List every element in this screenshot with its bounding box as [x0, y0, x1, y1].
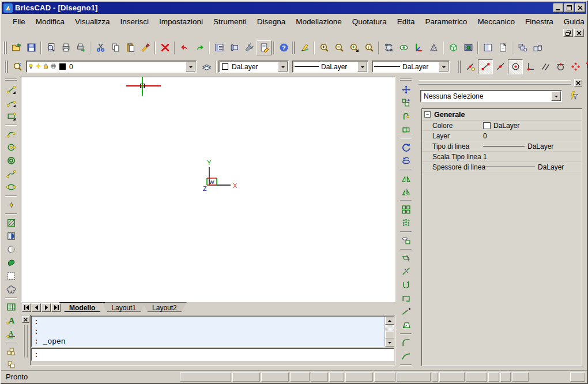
toolbar-grip[interactable]	[5, 78, 17, 81]
menu-guida[interactable]: Guida	[559, 16, 588, 28]
donut-button[interactable]	[3, 154, 18, 167]
viewports-button[interactable]	[480, 40, 495, 55]
save-button[interactable]	[24, 40, 39, 55]
command-close-button[interactable]	[22, 316, 29, 323]
rectangle-button[interactable]	[3, 110, 18, 123]
toolbar-grip[interactable]	[458, 61, 461, 73]
settings-button[interactable]	[242, 40, 257, 55]
mdi-restore-button[interactable]	[563, 29, 573, 37]
spline-button[interactable]	[3, 167, 18, 180]
chamfer-button[interactable]	[398, 367, 413, 369]
text-multiline-button[interactable]: A	[3, 314, 18, 327]
table-button[interactable]	[3, 300, 18, 314]
delete-button[interactable]	[157, 40, 172, 55]
trim-button[interactable]	[398, 252, 413, 265]
break-button[interactable]	[398, 265, 413, 278]
scroll-up-button[interactable]	[385, 317, 394, 325]
selection-combo[interactable]: Nessuna Selezione	[420, 90, 562, 102]
copy-entities-button[interactable]	[515, 40, 530, 55]
selection-combo-arrow[interactable]	[551, 91, 561, 101]
color-combo-arrow[interactable]	[278, 62, 288, 71]
region-button[interactable]	[3, 243, 18, 256]
open-button[interactable]	[9, 40, 24, 55]
tab-layout1[interactable]: Layout1	[101, 302, 146, 312]
close-shape-button[interactable]	[398, 292, 413, 305]
cloud-button[interactable]	[3, 283, 18, 296]
ucs-axes-button[interactable]	[411, 40, 426, 55]
command-scrollbar[interactable]	[385, 317, 394, 347]
sketch-button[interactable]	[297, 40, 312, 55]
toolbar-grip[interactable]	[5, 61, 8, 73]
mirror-button[interactable]	[398, 172, 413, 185]
new-view-button[interactable]	[495, 40, 510, 55]
blend-curves-button[interactable]	[398, 349, 413, 363]
snap-quadrant-button[interactable]	[568, 59, 583, 74]
color-combo[interactable]: DaLayer	[218, 61, 289, 73]
wipeout-button[interactable]	[3, 269, 18, 283]
polyline-button[interactable]	[3, 127, 18, 141]
zoom-in-button[interactable]	[316, 40, 331, 55]
copy-button[interactable]	[398, 96, 413, 110]
layers-button[interactable]	[199, 59, 214, 74]
snap-parallel-button[interactable]	[538, 59, 553, 74]
snap-tangent-button[interactable]	[553, 59, 568, 74]
menu-modellazione[interactable]: Modellazione	[291, 16, 347, 28]
collapse-toggle[interactable]: −	[424, 111, 431, 118]
menu-visualizza[interactable]: Visualizza	[70, 16, 115, 28]
scroll-thumb[interactable]	[385, 331, 394, 338]
print-button[interactable]	[58, 40, 73, 55]
tab-next-button[interactable]	[42, 303, 51, 312]
mirror-3d-button[interactable]	[398, 185, 413, 198]
property-value[interactable]: DaLayer	[483, 142, 582, 150]
menu-inserisci[interactable]: Inserisci	[115, 16, 154, 28]
zoom-previous-button[interactable]: f	[361, 40, 376, 55]
linetype-combo-arrow[interactable]	[357, 62, 367, 71]
menu-impostazioni[interactable]: Impostazioni	[154, 16, 208, 28]
menu-strumenti[interactable]: Strumenti	[208, 16, 252, 28]
block-structure-button[interactable]	[3, 358, 18, 369]
properties-palette-button[interactable]	[212, 40, 227, 55]
property-value[interactable]: DaLayer	[483, 163, 582, 171]
line-button[interactable]	[3, 83, 18, 96]
match-properties-button[interactable]	[138, 40, 153, 55]
render-button[interactable]	[461, 40, 476, 55]
lineweight-combo[interactable]: DaLayer	[372, 61, 450, 73]
rotate-3d-button[interactable]	[398, 154, 413, 167]
command-input[interactable]: :	[31, 348, 394, 361]
property-value[interactable]: DaLayer	[483, 122, 582, 130]
redo-button[interactable]	[192, 40, 207, 55]
array-button[interactable]	[398, 203, 413, 216]
solids-button[interactable]	[530, 40, 545, 55]
cut-button[interactable]	[93, 40, 108, 55]
point-button[interactable]	[3, 198, 18, 212]
explode-button[interactable]	[398, 318, 413, 332]
snap-nearest-button[interactable]	[463, 59, 478, 74]
command-grip[interactable]	[24, 325, 28, 357]
align-button[interactable]	[398, 234, 413, 247]
lineweight-combo-arrow[interactable]	[439, 62, 448, 71]
menu-parametrico[interactable]: Parametrico	[420, 16, 473, 28]
shade-button[interactable]	[446, 40, 461, 55]
extend-button[interactable]	[398, 278, 413, 292]
drawing-explorer-button[interactable]	[257, 40, 272, 55]
property-value[interactable]: 0	[483, 132, 582, 140]
boundary-button[interactable]	[3, 256, 18, 269]
zoom-window-button[interactable]	[346, 40, 361, 55]
circle-button[interactable]	[3, 141, 18, 154]
insert-block-button[interactable]	[3, 345, 18, 358]
menu-meccanico[interactable]: Meccanico	[472, 16, 520, 28]
polyline-edit-button[interactable]	[398, 110, 413, 123]
menu-finestra[interactable]: Finestra	[520, 16, 559, 28]
undo-button[interactable]	[177, 40, 192, 55]
snap-center-button[interactable]	[508, 59, 523, 74]
tab-modello[interactable]: Modello	[59, 302, 105, 312]
hide-button[interactable]	[426, 40, 441, 55]
drawing-canvas[interactable]: Y W X Z	[21, 77, 395, 302]
menu-file[interactable]: File	[7, 16, 31, 28]
tab-last-button[interactable]	[51, 303, 61, 312]
ellipse-button[interactable]	[3, 180, 18, 194]
quick-select-button[interactable]	[567, 91, 579, 102]
gradient-button[interactable]	[3, 229, 18, 243]
snap-midpoint-button[interactable]	[493, 59, 508, 74]
arc-button[interactable]	[3, 96, 18, 110]
